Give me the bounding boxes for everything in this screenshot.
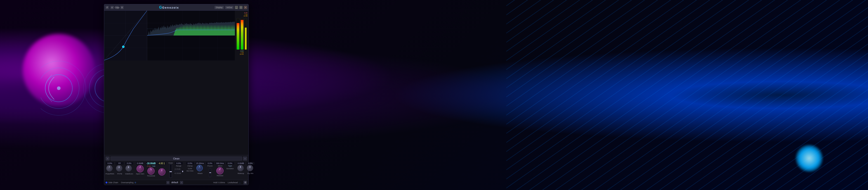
dry-mix-section: 0.0% Dry Mix	[246, 162, 254, 175]
sidechain-indicator	[105, 182, 107, 184]
vu-meter-left	[237, 18, 240, 50]
hold-value: 0.00ms	[218, 181, 225, 184]
threshold-label: Threshold	[147, 175, 155, 177]
peak-rms-group: 0.0% Peak/RMS	[105, 162, 114, 175]
makeup-value: 0.00dB	[237, 162, 245, 165]
vu-label-1: -5.37	[236, 12, 248, 13]
release-section: 300.0ms 300.0 Release	[215, 162, 225, 177]
ff-fb-value: FF	[116, 162, 124, 165]
knee-slider[interactable]	[169, 164, 172, 178]
preset-prev-button[interactable]: ‹	[105, 157, 110, 161]
lookahead-item: Lookahead …	[228, 181, 241, 184]
undo-button[interactable]: ↺	[105, 6, 109, 9]
restore-button[interactable]: □	[239, 6, 243, 9]
lookahead-icon: …	[239, 181, 241, 184]
close-button[interactable]: ×	[244, 6, 247, 9]
controls-area: ‹ Clean › 0.0% Peak/RMS FF	[104, 155, 248, 180]
odd-even-group: 0.0% Odd/Even	[125, 162, 133, 175]
knee-label: Knee	[168, 162, 173, 164]
transfer-curve-area	[104, 11, 147, 60]
hold-item: Hold 0.00ms	[213, 181, 225, 184]
release-label: Release	[217, 175, 223, 177]
odd-even-value: 0.0%	[125, 162, 133, 165]
minimize-button[interactable]: _	[235, 6, 238, 9]
blue-orb	[796, 145, 823, 172]
punch-label: Punch	[208, 165, 213, 167]
transport-next[interactable]: ›	[180, 181, 183, 184]
release-sub: 300.0	[218, 165, 222, 167]
settings-button[interactable]: ⚙	[243, 181, 247, 184]
vu-meter-right	[241, 18, 244, 50]
range-label: Range	[176, 165, 182, 167]
input-gain-knob[interactable]	[136, 165, 144, 172]
dry-mix-label: Dry Mix	[247, 172, 253, 175]
preset-nav-center: ‹ default ›	[139, 181, 211, 184]
preset-next-button[interactable]: ›	[243, 157, 247, 161]
threshold-knob[interactable]	[147, 167, 155, 175]
ratio-section: 4.00:1 Ratio	[158, 162, 166, 175]
display-button[interactable]: Display	[215, 6, 224, 9]
in-out-button[interactable]: In/Out	[225, 6, 234, 9]
clamp-label: Clamp	[187, 165, 193, 167]
threshold-section: -18.00dB -7.11 7.64 Threshold	[146, 162, 156, 177]
threshold-value: -18.00dB	[146, 162, 156, 165]
sidechain-item: Side Chain	[105, 181, 118, 184]
oversampling-icon: ⊙	[134, 181, 136, 184]
makeup-label: Makeup	[238, 172, 244, 175]
transport-prev[interactable]: ‹	[166, 181, 169, 184]
attack-value: 15.00ms	[195, 162, 205, 165]
ab-button[interactable]: A/	[111, 6, 114, 9]
display-area: -5.37 7.12 13.58 -6.02 7.1	[104, 11, 248, 155]
threshold-sub1: -7.11	[147, 165, 151, 167]
ratio-knob[interactable]	[158, 165, 165, 172]
sensitive-label: Sensitive	[226, 168, 234, 170]
oversampling-item[interactable]: Oversampling ⊙	[121, 181, 136, 184]
sidechain-label: Side Chain	[108, 181, 118, 184]
waveform-svg	[147, 11, 235, 60]
ff-fb-knob[interactable]	[116, 165, 123, 172]
release-value: 300.0ms	[215, 162, 225, 165]
svg-point-13	[122, 46, 125, 48]
peak-rms-value: 0.0%	[106, 162, 114, 165]
range-section: 0.0% Range -6.00dB +0.00dB	[174, 162, 183, 175]
de-click-label: De-Click	[186, 170, 193, 172]
extra-button[interactable]: B	[121, 6, 124, 9]
preset-bar: ‹ Clean ›	[105, 156, 247, 161]
dry-mix-knob[interactable]	[247, 165, 254, 172]
punch-value: 0.0%	[206, 162, 214, 165]
lookahead-label: Lookahead	[228, 181, 238, 184]
default-preset-label: default	[171, 181, 178, 184]
input-gain-label: Input Gain	[136, 173, 144, 175]
odd-even-knob[interactable]	[125, 165, 133, 172]
attack-knob[interactable]	[196, 165, 204, 172]
vu-label-2: 7.12	[236, 13, 248, 15]
ff-fb-group: FF FF/FB	[116, 162, 124, 175]
waveform-area	[147, 11, 235, 60]
punch-slider[interactable]	[209, 168, 211, 177]
clamp-value: 0.0%	[186, 162, 194, 165]
input-gain-group: 0.00dB Input Gain	[136, 162, 144, 175]
peak-rms-label: Peak/RMS	[105, 173, 114, 175]
peak-rms-knob[interactable]	[106, 165, 114, 172]
preset-name[interactable]: Clean	[111, 157, 242, 161]
input-gain-value: 0.00dB	[136, 162, 144, 165]
knee-slider-thumb	[169, 171, 172, 172]
release-knob[interactable]	[216, 167, 223, 175]
punch-section: 0.0% Punch	[206, 162, 214, 177]
ratio-value: 4.00:1	[158, 162, 166, 165]
db-slider[interactable]	[174, 170, 183, 172]
range-value: 0.0%	[175, 162, 183, 165]
status-bar: Side Chain Oversampling ⊙ ‹ default › Ho…	[104, 180, 248, 185]
copy-button[interactable]: Copy	[116, 6, 119, 9]
odd-even-label: Odd/Even	[125, 173, 133, 175]
vu-label-3: 13.58	[236, 15, 248, 17]
vu-label-6: 10.04	[240, 53, 244, 55]
de-click-value: 0.0%	[188, 168, 192, 170]
vu-meter-peak	[245, 18, 247, 50]
plugin-title: GGenozoix	[124, 5, 215, 9]
attack-section: 15.00ms Attack	[195, 162, 205, 175]
settings-icon: ⚙	[244, 181, 246, 184]
clamp-section: 0.0% Clamp 0.0% De-Click	[186, 162, 194, 172]
makeup-knob[interactable]	[237, 165, 245, 172]
title-bar: ↺ A/ Copy B GGenozoix Display In/Out _ □…	[104, 4, 248, 11]
